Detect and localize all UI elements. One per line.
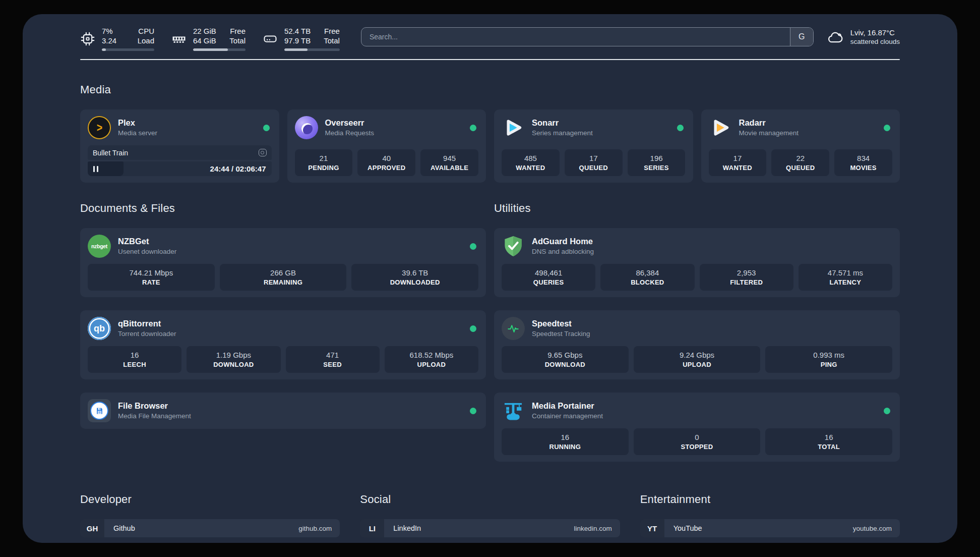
sonarr-icon <box>502 116 525 139</box>
app-name: AdGuard Home <box>532 236 594 247</box>
stat-tile: 744.21 MbpsRATE <box>88 264 215 291</box>
link-section-entertainment: Entertainment YT YouTubeyoutube.com NF N… <box>640 493 900 543</box>
cpu-icon <box>80 31 95 46</box>
stat-tile: 945AVAILABLE <box>420 149 478 176</box>
stat-tile: 498,461QUERIES <box>502 264 595 291</box>
stat-tile: 196SERIES <box>628 149 686 176</box>
disk-total-label: Total <box>324 36 340 45</box>
app-subtitle: Media server <box>118 129 157 138</box>
header-divider <box>80 59 900 60</box>
app-card-radarr[interactable]: Radarr Movie management 17WANTED 22QUEUE… <box>701 109 900 183</box>
now-playing-title: Bullet Train <box>93 149 128 157</box>
app-subtitle: Container management <box>532 412 603 421</box>
cpu-load-label: Load <box>138 36 154 45</box>
cpu-stat-widget: 7%CPU 3.24Load <box>80 26 154 51</box>
app-subtitle: Movie management <box>739 129 799 138</box>
app-name: Speedtest <box>532 318 590 329</box>
app-subtitle: Media Requests <box>325 129 375 138</box>
stat-tile: 0.993 msPING <box>765 346 892 373</box>
app-name: Overseerr <box>325 118 375 128</box>
memory-stat-widget: 22 GiBFree 64 GiBTotal <box>171 26 246 51</box>
cpu-usage-label: CPU <box>138 26 154 36</box>
app-subtitle: Series management <box>532 129 593 138</box>
link-abbr: GH <box>80 519 104 537</box>
stat-tile: 471SEED <box>286 346 380 373</box>
playback-time: 24:44 / 02:06:47 <box>210 164 266 173</box>
app-card-adguard[interactable]: AdGuard Home DNS and adblocking 498,461Q… <box>494 228 900 297</box>
link-section-developer: Developer GH Githubgithub.com SO StackOv… <box>80 493 340 543</box>
memory-icon <box>171 31 187 46</box>
stat-tile: 17QUEUED <box>565 149 623 176</box>
app-subtitle: Usenet downloader <box>118 247 176 256</box>
link-domain: github.com <box>298 525 332 532</box>
link-github[interactable]: GH Githubgithub.com <box>80 519 340 537</box>
app-card-portainer[interactable]: Media Portainer Container management 16R… <box>494 393 900 462</box>
memory-total-value: 64 GiB <box>193 36 216 45</box>
status-dot <box>677 125 684 131</box>
memory-total-label: Total <box>229 36 246 45</box>
speedtest-icon <box>502 317 525 340</box>
adguard-icon <box>502 235 525 258</box>
status-dot <box>470 408 476 414</box>
app-card-sonarr[interactable]: Sonarr Series management 485WANTED 17QUE… <box>494 109 693 183</box>
stat-tile: 1.19 GbpsDOWNLOAD <box>187 346 280 373</box>
status-dot <box>884 408 890 414</box>
portainer-icon <box>502 399 525 422</box>
app-card-plex[interactable]: > Plex Media server Bullet Train <box>80 109 279 183</box>
pause-icon[interactable] <box>93 166 98 172</box>
app-card-qbittorrent[interactable]: qb qBittorrent Torrent downloader 16LEEC… <box>80 310 486 379</box>
disk-stat-widget: 52.4 TBFree 97.9 TBTotal <box>263 26 340 51</box>
weather-location-temp: Lviv, 16.87°C <box>850 28 900 37</box>
stat-tile: 2,953FILTERED <box>700 264 793 291</box>
status-dot <box>884 125 890 131</box>
stat-tile: 47.571 msLATENCY <box>799 264 892 291</box>
top-bar: 7%CPU 3.24Load 22 GiBFree 64 GiBTotal <box>80 26 900 51</box>
section-title-media: Media <box>80 83 900 96</box>
filebrowser-icon <box>88 399 111 422</box>
stat-tile: 834MOVIES <box>834 149 892 176</box>
app-name: Radarr <box>739 118 799 128</box>
app-name: qBittorrent <box>118 318 176 329</box>
app-name: Plex <box>118 118 157 128</box>
status-dot <box>470 243 476 250</box>
cloud-icon <box>827 29 844 46</box>
memory-free-label: Free <box>230 26 246 36</box>
link-youtube[interactable]: YT YouTubeyoutube.com <box>640 519 900 537</box>
cpu-usage-value: 7% <box>102 26 113 36</box>
link-domain: linkedin.com <box>574 525 612 532</box>
stat-tile: 618.52 MbpsUPLOAD <box>385 346 478 373</box>
disk-total-value: 97.9 TB <box>284 36 311 45</box>
link-section-social: Social LI LinkedInlinkedin.com TW Twitte… <box>360 493 620 543</box>
cpu-load-value: 3.24 <box>102 36 116 45</box>
app-name: File Browser <box>118 401 191 411</box>
disk-free-value: 52.4 TB <box>284 26 311 36</box>
stat-tile: 485WANTED <box>502 149 560 176</box>
cast-device-icon <box>259 149 267 156</box>
stat-tile: 16TOTAL <box>765 428 892 455</box>
stat-tile: 40APPROVED <box>357 149 415 176</box>
stat-tile: 17WANTED <box>709 149 767 176</box>
app-subtitle: Torrent downloader <box>118 329 176 339</box>
search-engine-button[interactable]: G <box>790 28 813 46</box>
link-name: Github <box>113 524 135 532</box>
stat-tile: 21PENDING <box>295 149 353 176</box>
section-title-developer: Developer <box>80 493 340 506</box>
plex-now-playing: Bullet Train 24:44 / 02:06:47 <box>88 145 272 176</box>
search-input[interactable] <box>361 28 790 46</box>
link-linkedin[interactable]: LI LinkedInlinkedin.com <box>360 519 620 537</box>
app-name: Media Portainer <box>532 401 603 411</box>
stat-tile: 39.6 TBDOWNLOADED <box>351 264 478 291</box>
status-dot <box>470 325 476 332</box>
weather-condition: scattered clouds <box>850 37 900 46</box>
app-card-nzbget[interactable]: nzbget NZBGet Usenet downloader 744.21 M… <box>80 228 486 297</box>
app-card-speedtest[interactable]: Speedtest Speedtest Tracking 9.65 GbpsDO… <box>494 310 900 379</box>
app-card-overseerr[interactable]: Overseerr Media Requests 21PENDING 40APP… <box>287 109 486 183</box>
app-subtitle: DNS and adblocking <box>532 247 594 256</box>
app-card-filebrowser[interactable]: File Browser Media File Management <box>80 393 486 429</box>
weather-widget: Lviv, 16.87°C scattered clouds <box>827 28 900 46</box>
playback-progress-bar: 24:44 / 02:06:47 <box>88 161 272 176</box>
section-title-entertainment: Entertainment <box>640 493 900 506</box>
overseerr-icon <box>295 116 318 139</box>
status-dot <box>470 125 476 131</box>
stat-tile: 0STOPPED <box>634 428 761 455</box>
